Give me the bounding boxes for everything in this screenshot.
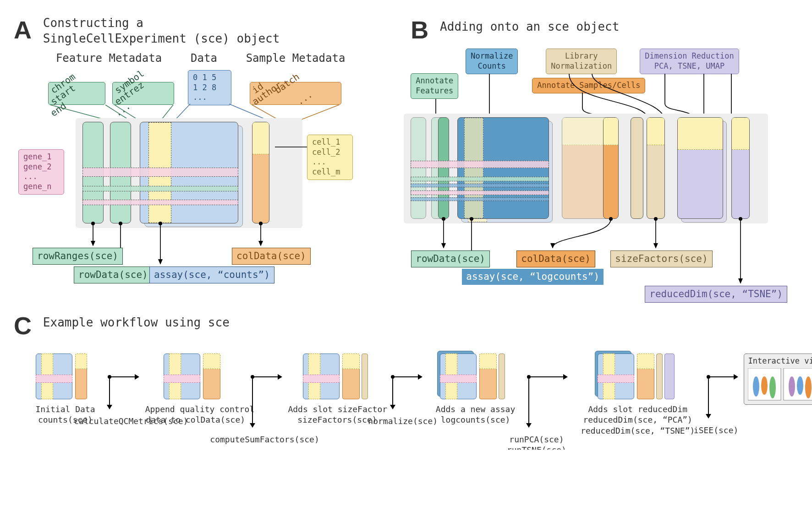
svg-point-22	[805, 376, 812, 398]
svg-point-20	[789, 376, 795, 397]
panel-c: C Example workflow using sce Initial Dat…	[14, 310, 798, 436]
acc-b-assay: assay(sce, “logcounts”)	[461, 268, 604, 285]
wf-step-3: Adds slot sizeFactor sizeFactors(sce)	[288, 354, 386, 425]
slab-coldata	[252, 122, 269, 223]
panel-a-title-line1: Constructing a	[43, 16, 143, 30]
isee-thumbnails	[748, 368, 812, 401]
sample-meta-plate: id batch author ...	[250, 82, 341, 105]
coldata-yellow-top	[252, 122, 269, 154]
b-green	[411, 177, 549, 181]
wf-step-5: Adds slot reducedDim reducedDim(sce, “PC…	[574, 354, 702, 436]
svg-point-19	[769, 376, 776, 398]
green-stripe	[82, 186, 238, 191]
panel-a-letter: A	[14, 14, 32, 46]
wf-icon-4	[440, 354, 511, 399]
panel-a: A Constructing a SingleCellExperiment (s…	[14, 14, 388, 250]
data-plate: 0 1 5 1 2 8 ...	[188, 70, 231, 105]
acc-b-sizefactors: sizeFactors(sce)	[610, 250, 712, 267]
wf-arrow-4: runPCA(sce) runTSNE(sce)	[527, 373, 569, 383]
wf-icon-1	[36, 354, 95, 399]
badge-normalize-counts: Normalize Counts	[466, 49, 518, 74]
wf-step-1: Initial Data counts(sce)	[27, 354, 103, 425]
slab-sizefactors	[631, 117, 643, 219]
wf-fn-5: iSEE(sce)	[684, 425, 748, 435]
badge-annotate-samples: Annotate Samples/Cells	[532, 78, 645, 93]
wf-fn-3: normalize(sce)	[357, 416, 449, 426]
feature-meta-plate-1: chrom start end	[48, 82, 105, 105]
wf-arrow-5: iSEE(sce)	[707, 373, 739, 383]
acc-assay: assay(sce, “counts”)	[149, 267, 274, 283]
panel-c-title: Example workflow using sce	[43, 315, 230, 331]
wf-cap-6: Interactive visualization	[748, 356, 812, 365]
panel-c-letter: C	[14, 310, 32, 342]
faint-rowranges	[411, 117, 426, 219]
badge-annotate-features: Annotate Features	[411, 73, 458, 99]
svg-point-21	[797, 376, 803, 395]
panel-b-letter: B	[411, 14, 428, 46]
wf-fn-1: calculateQCMetrics(sce)	[71, 416, 191, 426]
panel-b-title: Adding onto an sce object	[440, 19, 619, 35]
viz-box: Interactive visualization	[744, 354, 812, 405]
header-sample-metadata: Sample Metadata	[238, 51, 353, 65]
panel-b: B Adding onto an sce object Annotate Fea…	[411, 14, 798, 250]
wf-step-2: Append quality control data to colData(s…	[145, 354, 246, 425]
wf-fn-4: runPCA(sce) runTSNE(sce)	[495, 434, 578, 450]
wf-icon-2	[164, 354, 228, 399]
acc-b-rowdata: rowData(sce)	[411, 250, 490, 267]
acc-b-coldata: colData(sce)	[516, 250, 595, 267]
reduceddim-extra	[731, 117, 750, 219]
assay-col-highlight-b	[464, 118, 483, 218]
badge-dimred: Dimension Reduction PCA, TSNE, UMAP	[640, 49, 739, 74]
wf-arrow-3: normalize(sce)	[391, 373, 423, 383]
panel-a-title: Constructing a SingleCellExperiment (sce…	[43, 16, 280, 47]
reduceddim-front	[677, 117, 723, 219]
wf-step-6: Interactive visualization	[744, 354, 812, 405]
wf-fn-2: computeSumFactors(sce)	[205, 434, 324, 445]
acc-b-reduceddim: reducedDim(sce, “TSNE”)	[645, 286, 787, 303]
pink-stripe-1	[82, 168, 238, 177]
b-blue-2	[411, 197, 549, 201]
acc-rowranges: rowRanges(sce)	[33, 248, 123, 265]
acc-coldata: colData(sce)	[232, 248, 311, 265]
svg-point-17	[753, 376, 759, 397]
header-data: Data	[170, 51, 238, 65]
new-rowdata	[438, 117, 449, 219]
panel-a-title-line2: SingleCellExperiment (sce) object	[43, 32, 280, 45]
header-feature-metadata: Feature Metadata	[48, 51, 170, 65]
badge-library-norm: Library Normalization	[546, 49, 617, 74]
b-pink-1	[411, 161, 549, 168]
wf-step-4: Adds a new assay logcounts(sce)	[428, 354, 522, 425]
new-coldata	[603, 117, 619, 219]
wf-icon-5	[598, 354, 678, 399]
assay-logcounts	[457, 117, 549, 219]
b-pink-2	[411, 190, 549, 195]
wf-cap-5: Adds slot reducedDim reducedDim(sce, “PC…	[574, 404, 702, 436]
svg-point-18	[761, 376, 768, 395]
feature-meta-plate-2: symbol entrez ...	[112, 82, 174, 105]
wf-arrow-2: computeSumFactors(sce)	[251, 373, 283, 383]
pink-stripe-2	[82, 200, 238, 205]
slab-sizefactors-2	[647, 117, 665, 219]
wf-arrow-1: calculateQCMetrics(sce)	[108, 373, 140, 383]
b-blue-1	[411, 184, 549, 187]
wf-icon-3	[303, 354, 372, 399]
cell-names: cell_1 cell_2 ... cell_m	[307, 135, 353, 180]
acc-rowdata: rowData(sce)	[74, 267, 153, 283]
gene-names: gene_1 gene_2 ... gene_n	[18, 149, 64, 195]
